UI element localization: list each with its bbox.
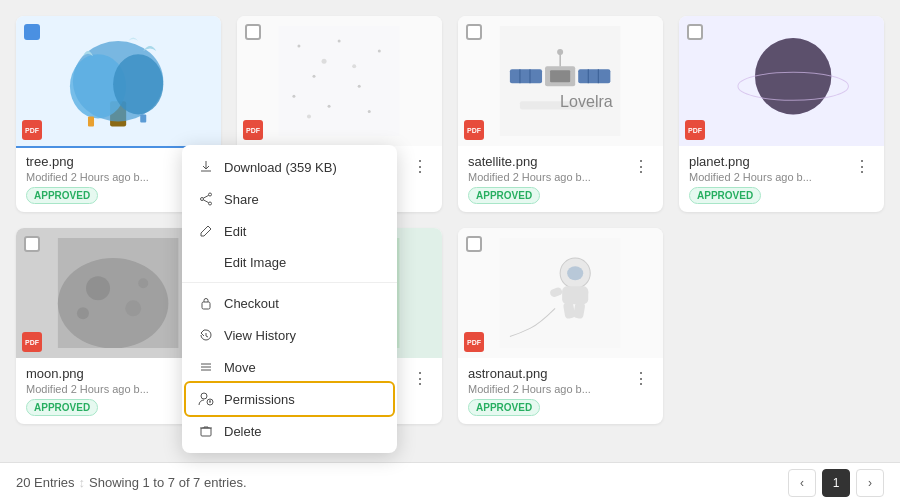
astronaut-illustration (473, 238, 647, 349)
menu-label-edit-image: Edit Image (224, 255, 286, 270)
svg-point-8 (338, 39, 341, 42)
menu-label-share: Share (224, 192, 259, 207)
card-date-planet: Modified 2 Hours ago b... (689, 171, 850, 183)
next-page-button[interactable]: › (856, 469, 884, 497)
pagination: ‹ 1 › (788, 469, 884, 497)
card-name-astronaut: astronaut.png (468, 366, 629, 381)
card-text-astronaut: astronaut.png Modified 2 Hours ago b... … (468, 366, 629, 416)
more-button-astronaut[interactable]: ⋮ (629, 366, 653, 390)
file-type-icon-tree: PDF (22, 120, 42, 140)
svg-point-58 (201, 393, 207, 399)
card-astronaut: PDF astronaut.png Modified 2 Hours ago b… (458, 228, 663, 424)
tree-illustration (31, 26, 205, 137)
menu-item-checkout[interactable]: Checkout (182, 287, 397, 319)
svg-point-15 (322, 58, 327, 63)
checkbox-astronaut[interactable] (466, 236, 482, 252)
card-info-astronaut: astronaut.png Modified 2 Hours ago b... … (458, 358, 663, 424)
menu-item-move[interactable]: Move (182, 351, 397, 383)
svg-point-14 (293, 95, 296, 98)
menu-label-permissions: Permissions (224, 392, 295, 407)
svg-point-9 (378, 49, 381, 52)
checkbox-planet[interactable] (687, 24, 703, 40)
svg-point-7 (298, 44, 301, 47)
file-type-icon-astronaut: PDF (464, 332, 484, 352)
thumb-satellite: Lovelra PDF (458, 16, 663, 146)
svg-point-10 (313, 74, 316, 77)
svg-point-3 (113, 54, 163, 114)
thumb-planet: PDF (679, 16, 884, 146)
card-date-satellite: Modified 2 Hours ago b... (468, 171, 629, 183)
checkbox-satellite[interactable] (466, 24, 482, 40)
menu-label-edit: Edit (224, 224, 246, 239)
card-info-planet: planet.png Modified 2 Hours ago b... APP… (679, 146, 884, 212)
more-button-green[interactable]: ⋮ (408, 366, 432, 390)
badge-astronaut: APPROVED (468, 399, 540, 416)
svg-line-56 (203, 200, 208, 203)
satellite-illustration: Lovelra (473, 26, 647, 137)
svg-text:Lovelra: Lovelra (561, 92, 614, 110)
more-button-planet[interactable]: ⋮ (850, 154, 874, 178)
moon-illustration (31, 238, 205, 349)
svg-rect-57 (202, 302, 210, 309)
file-grid: PDF tree.png Modified 2 Hours ago b... A… (0, 0, 900, 440)
svg-point-39 (77, 307, 89, 319)
menu-item-edit[interactable]: Edit (182, 215, 397, 247)
menu-item-delete[interactable]: Delete (182, 415, 397, 447)
svg-rect-20 (550, 70, 570, 82)
thumb-stars: PDF (237, 16, 442, 146)
svg-point-40 (139, 278, 149, 288)
checkbox-tree[interactable] (24, 24, 40, 40)
permissions-icon (198, 391, 214, 407)
page-1-button[interactable]: 1 (822, 469, 850, 497)
menu-item-edit-image[interactable]: Edit Image (182, 247, 397, 278)
svg-point-16 (353, 64, 357, 68)
card-planet: PDF planet.png Modified 2 Hours ago b...… (679, 16, 884, 212)
planet-illustration (694, 26, 868, 137)
menu-item-share[interactable]: Share (182, 183, 397, 215)
thumb-tree: PDF (16, 16, 221, 146)
menu-label-download: Download (359 KB) (224, 160, 337, 175)
main-container: PDF tree.png Modified 2 Hours ago b... A… (0, 0, 900, 440)
card-text-moon: moon.png Modified 2 Hours ago b... APPRO… (26, 366, 187, 416)
footer: 20 Entries ↕ Showing 1 to 7 of 7 entries… (0, 462, 900, 502)
more-button-stars[interactable]: ⋮ (408, 154, 432, 178)
more-button-satellite[interactable]: ⋮ (629, 154, 653, 178)
card-name-moon: moon.png (26, 366, 187, 381)
svg-point-28 (557, 49, 563, 55)
delete-icon (198, 423, 214, 439)
menu-divider-1 (182, 282, 397, 283)
svg-point-13 (368, 110, 371, 113)
stars-illustration (252, 26, 426, 137)
file-type-icon-planet: PDF (685, 120, 705, 140)
prev-page-button[interactable]: ‹ (788, 469, 816, 497)
history-icon (198, 327, 214, 343)
badge-moon: APPROVED (26, 399, 98, 416)
footer-left: 20 Entries ↕ Showing 1 to 7 of 7 entries… (16, 475, 247, 490)
svg-point-36 (58, 258, 169, 348)
menu-item-permissions[interactable]: Permissions (186, 383, 393, 415)
card-date-moon: Modified 2 Hours ago b... (26, 383, 187, 395)
card-name-planet: planet.png (689, 154, 850, 169)
checkbox-moon[interactable] (24, 236, 40, 252)
card-text-tree: tree.png Modified 2 Hours ago b... APPRO… (26, 154, 187, 204)
file-type-icon-moon: PDF (22, 332, 42, 352)
svg-rect-4 (88, 116, 94, 126)
svg-point-46 (568, 266, 584, 280)
card-name-satellite: satellite.png (468, 154, 629, 169)
menu-item-download[interactable]: Download (359 KB) (182, 151, 397, 183)
card-text-planet: planet.png Modified 2 Hours ago b... APP… (689, 154, 850, 204)
svg-rect-62 (201, 428, 211, 436)
entries-count: 20 Entries (16, 475, 75, 490)
context-menu: Download (359 KB) Share Edit Edit Image … (182, 145, 397, 453)
svg-rect-22 (579, 69, 611, 83)
card-name-tree: tree.png (26, 154, 187, 169)
card-text-satellite: satellite.png Modified 2 Hours ago b... … (468, 154, 629, 204)
svg-point-52 (209, 193, 212, 196)
card-date-tree: Modified 2 Hours ago b... (26, 171, 187, 183)
svg-point-53 (209, 202, 212, 205)
card-satellite: Lovelra PDF satellite.png Modified 2 Hou… (458, 16, 663, 212)
badge-tree: APPROVED (26, 187, 98, 204)
badge-satellite: APPROVED (468, 187, 540, 204)
checkbox-stars[interactable] (245, 24, 261, 40)
menu-item-view-history[interactable]: View History (182, 319, 397, 351)
